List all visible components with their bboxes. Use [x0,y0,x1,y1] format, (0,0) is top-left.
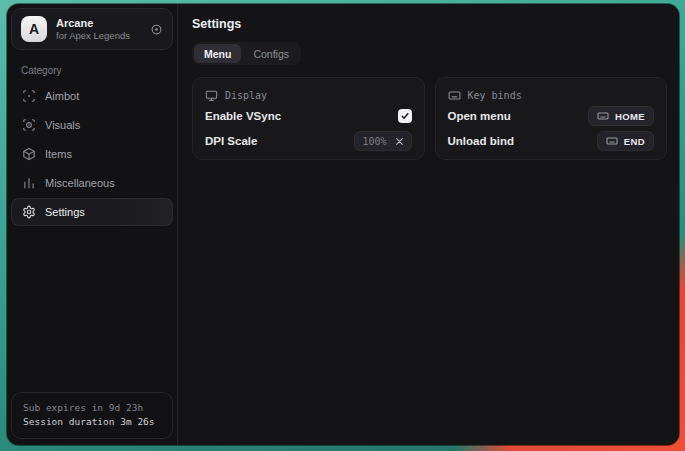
app-subtitle: for Apex Legends [56,30,141,42]
bind-label: Unload bind [448,135,514,147]
main-panel: Settings Menu Configs Display Enable VSy… [178,4,679,445]
keyboard-icon [606,135,618,147]
sidebar-item-label: Settings [45,206,85,218]
sidebar-nav: Aimbot Visuals Items [11,82,173,226]
clear-icon[interactable] [395,137,404,146]
dpi-scale-value: 100% [362,136,386,147]
sidebar-header-card: A Arcane for Apex Legends [11,8,173,50]
keybinds-card: Key binds Open menu HOME Unload bin [435,77,668,160]
cube-icon [22,147,36,161]
scan-eye-icon [22,118,36,132]
bind-label: Open menu [448,110,511,122]
sidebar-item-label: Items [45,148,72,160]
sidebar-item-visuals[interactable]: Visuals [11,111,173,139]
sub-expires-text: Sub expires in 9d 23h [23,401,161,415]
open-menu-bind-button[interactable]: HOME [588,106,654,126]
bind-key-value: HOME [615,111,645,122]
subscription-info-card: Sub expires in 9d 23h Session duration 3… [11,392,173,439]
session-duration-text: Session duration 3m 26s [23,415,161,429]
setting-row-dpi: DPI Scale 100% [205,129,412,153]
sidebar: A Arcane for Apex Legends Category [7,4,178,445]
app-name: Arcane [56,17,141,30]
tab-menu[interactable]: Menu [194,44,241,63]
sidebar-item-items[interactable]: Items [11,140,173,168]
crosshair-icon [22,89,36,103]
app-logo: A [21,16,47,42]
category-label: Category [21,65,165,76]
gear-icon [22,205,36,219]
sidebar-item-label: Miscellaneous [45,177,115,189]
display-card: Display Enable VSync DPI Scale 100% [192,77,425,160]
setting-label: DPI Scale [205,135,257,147]
sidebar-item-label: Aimbot [45,90,79,102]
target-icon[interactable] [150,23,163,36]
vsync-checkbox[interactable] [398,109,412,123]
bind-row-unload: Unload bind END [448,129,655,153]
dpi-scale-input[interactable]: 100% [354,131,411,151]
monitor-icon [205,89,218,102]
tab-bar: Menu Configs [192,42,301,65]
page-title: Settings [192,17,667,31]
card-title: Display [225,90,267,101]
setting-label: Enable VSync [205,110,281,122]
sidebar-item-label: Visuals [45,119,80,131]
tab-configs[interactable]: Configs [243,44,299,63]
bars-icon [22,176,36,190]
bind-key-value: END [624,136,645,147]
sidebar-item-miscellaneous[interactable]: Miscellaneous [11,169,173,197]
keyboard-icon [448,89,461,102]
bind-row-open-menu: Open menu HOME [448,104,655,128]
unload-bind-button[interactable]: END [597,131,654,151]
keyboard-icon [597,110,609,122]
sidebar-item-aimbot[interactable]: Aimbot [11,82,173,110]
sidebar-item-settings[interactable]: Settings [11,198,173,226]
card-title: Key binds [468,90,522,101]
app-window: A Arcane for Apex Legends Category [7,4,679,445]
setting-row-vsync: Enable VSync [205,104,412,128]
